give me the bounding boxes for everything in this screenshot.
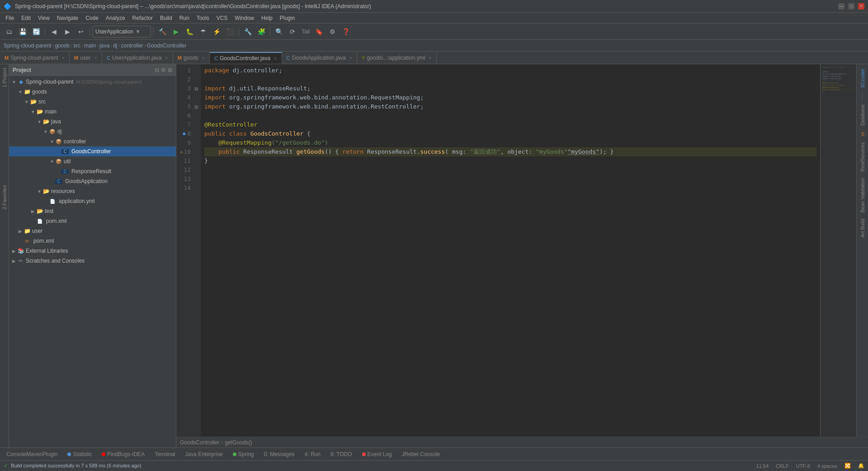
xcoder-label[interactable]: XCcoder <box>860 66 865 91</box>
collapse-all-icon[interactable]: ⊟ <box>155 67 159 73</box>
tab-spring-cloud-parent[interactable]: MSpring-cloud-parent× <box>0 52 70 64</box>
bc-item-main[interactable]: main <box>84 42 96 49</box>
plugins-btn[interactable]: 🧩 <box>255 25 268 38</box>
tab-close-application[interactable]: × <box>429 55 431 61</box>
tree-controller[interactable]: ▼ 📦 controller <box>9 137 176 146</box>
menu-item-tools[interactable]: Tools <box>193 13 213 24</box>
forward-btn[interactable]: ▶ <box>61 25 74 38</box>
tree-pom-root[interactable]: m pom.xml <box>9 236 176 246</box>
menu-item-file[interactable]: File <box>2 13 18 24</box>
run-config-dropdown[interactable]: UserApplication ▼ <box>92 26 151 38</box>
tab-user[interactable]: Muser× <box>70 52 102 64</box>
maximize-button[interactable]: □ <box>848 3 854 9</box>
charset-status[interactable]: UTF-8 <box>796 463 810 469</box>
bottom-tab-console-maven[interactable]: ConsoleMavenPlugin <box>2 448 62 460</box>
tools-btn[interactable]: 🔧 <box>241 25 254 38</box>
project-icon-btn[interactable]: 🗂 <box>3 25 15 38</box>
bottom-tab-findbugs[interactable]: FindBugs-IDEA <box>97 448 149 460</box>
bc-item-controller[interactable]: controller <box>121 42 143 49</box>
art-build-label[interactable]: Art Build <box>860 216 865 240</box>
git-status[interactable]: 🔀 <box>844 463 851 469</box>
restservices-label[interactable]: RestServices <box>860 140 865 174</box>
sync-btn[interactable]: 🔄 <box>30 25 42 38</box>
minimize-button[interactable]: — <box>838 3 844 9</box>
bottom-tab-terminal[interactable]: Terminal <box>150 448 179 460</box>
build-btn[interactable]: 🔨 <box>156 25 169 38</box>
tree-util[interactable]: ▼ 📦 util <box>9 156 176 166</box>
tree-goods-module[interactable]: ▼ 📁 goods <box>9 87 176 97</box>
code-editor[interactable]: package dj.controller; import dj.util.Re… <box>201 64 820 437</box>
tab-close-goods[interactable]: × <box>202 55 205 61</box>
menu-item-edit[interactable]: Edit <box>18 13 34 24</box>
bottom-tab-statistic[interactable]: Statistic <box>63 448 96 460</box>
tree-user-module[interactable]: ▶ 📁 user <box>9 226 176 236</box>
bottom-tab-java-enterprise[interactable]: Java Enterprise <box>180 448 227 460</box>
menu-item-view[interactable]: View <box>34 13 53 24</box>
bc-item-src[interactable]: src <box>73 42 80 49</box>
time-status[interactable]: 11:54 <box>756 463 769 469</box>
tab-GoodsApplication[interactable]: CGoodsApplication.java× <box>282 52 358 64</box>
bookmark-btn[interactable]: 🔖 <box>312 25 325 38</box>
menu-item-build[interactable]: Build <box>156 13 176 24</box>
line-endings-status[interactable]: CRLF <box>776 463 789 469</box>
menu-item-window[interactable]: Window <box>231 13 258 24</box>
tree-java[interactable]: ▼ 📂 java <box>9 117 176 127</box>
indent-status[interactable]: 4 spaces <box>817 463 837 469</box>
layout-icon[interactable]: ⊞ <box>168 67 172 73</box>
bottom-tab-spring[interactable]: Spring <box>228 448 259 460</box>
tree-spring-cloud-parent[interactable]: ▼ ◆ Spring-cloud-parent H:\CSDN\Spring-c… <box>9 77 176 87</box>
menu-item-plugin[interactable]: Plugin <box>276 13 298 24</box>
notifications-status[interactable]: 🔔 <box>858 463 864 469</box>
undo-btn[interactable]: ↩ <box>75 25 87 38</box>
tab-application[interactable]: Ygoods\...\application.yml× <box>357 52 437 64</box>
debug-btn[interactable]: 🐛 <box>183 25 196 38</box>
menu-item-navigate[interactable]: Navigate <box>53 13 82 24</box>
run-btn[interactable]: ▶ <box>170 25 182 38</box>
m-label[interactable]: m <box>860 129 865 139</box>
bean-validation-label[interactable]: Bean Validation <box>860 175 865 215</box>
tree-GoodsController[interactable]: C GoodsController <box>9 146 176 156</box>
tree-pom-goods[interactable]: 📄 pom.xml <box>9 216 176 226</box>
save-btn[interactable]: 💾 <box>16 25 29 38</box>
bc-item-goodscontroller[interactable]: GoodsController <box>147 42 186 49</box>
bc-item-dj[interactable]: dj <box>113 42 117 49</box>
tree-scratches[interactable]: ▶ ✏ Scratches and Consoles <box>9 256 176 266</box>
tab-UserApplication[interactable]: CUserApplication.java× <box>102 52 173 64</box>
bottom-tab-messages[interactable]: 0: Messages <box>259 448 299 460</box>
tab-goods[interactable]: Mgoods× <box>173 52 210 64</box>
tab-close-user[interactable]: × <box>94 55 97 61</box>
tree-external-libraries[interactable]: ▶ 📚 External Libraries <box>9 246 176 256</box>
menu-item-run[interactable]: Run <box>176 13 193 24</box>
settings-btn[interactable]: ⚙ <box>326 25 339 38</box>
menu-item-code[interactable]: Code <box>82 13 102 24</box>
tree-GoodsApplication[interactable]: C GoodsApplication <box>9 176 176 186</box>
tree-application-yml[interactable]: 📄 application.yml <box>9 196 176 206</box>
bc-item-goods[interactable]: goods <box>55 42 70 49</box>
menu-item-analyze[interactable]: Analyze <box>102 13 129 24</box>
project-panel-label[interactable]: 1:Project <box>0 64 9 91</box>
tab-GoodsController[interactable]: CGoodsController.java× <box>210 52 282 64</box>
tab-close-UserApplication[interactable]: × <box>165 55 168 61</box>
bottom-tab-event-log[interactable]: Event Log <box>358 448 396 460</box>
minimap[interactable]: package dj.controller; import dj.util.Re… <box>820 64 856 437</box>
stop-btn[interactable]: ⬛ <box>224 25 236 38</box>
favorites-panel-label[interactable]: 2:Favorites <box>0 181 9 213</box>
help-btn[interactable]: ❓ <box>340 25 352 38</box>
search-btn[interactable]: 🔍 <box>273 25 285 38</box>
close-button[interactable]: ✕ <box>858 3 864 9</box>
menu-item-help[interactable]: Help <box>258 13 276 24</box>
bottom-tab-run[interactable]: 4: Run <box>300 448 325 460</box>
menu-item-refactor[interactable]: Refactor <box>129 13 156 24</box>
bottom-tab-jrebel[interactable]: JRebel Console <box>397 448 445 460</box>
back-btn[interactable]: ◀ <box>47 25 60 38</box>
menu-item-vcs[interactable]: VCS <box>213 13 231 24</box>
coverage-btn[interactable]: ☂ <box>197 25 209 38</box>
tree-src[interactable]: ▼ 📂 src <box>9 97 176 107</box>
tree-main[interactable]: ▼ 📂 main <box>9 107 176 117</box>
profile-btn[interactable]: ⚡ <box>210 25 223 38</box>
tab-close-GoodsApplication[interactable]: × <box>349 55 352 61</box>
bc-item-java[interactable]: java <box>99 42 109 49</box>
tree-ResponseResult[interactable]: C ResponseResult <box>9 166 176 176</box>
settings-icon[interactable]: ⚙ <box>161 67 166 73</box>
tree-resources[interactable]: ▼ 📂 resources <box>9 186 176 196</box>
